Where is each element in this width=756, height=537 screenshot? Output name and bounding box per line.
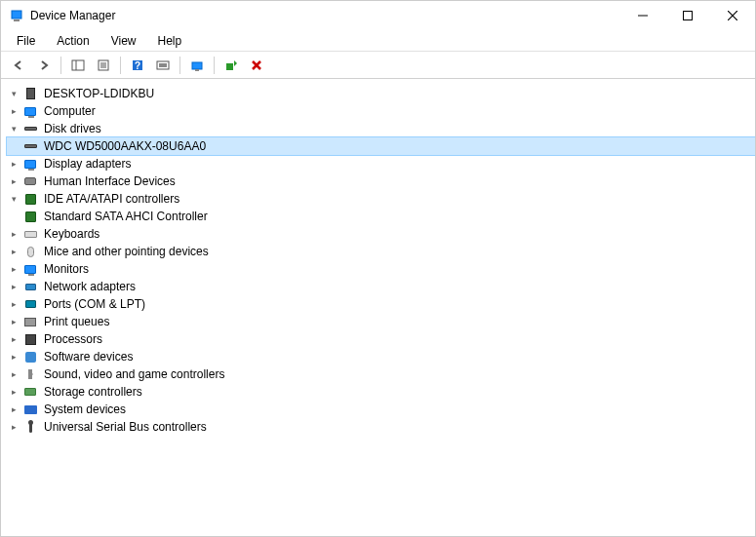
- toolbar-separator: [120, 57, 121, 74]
- node-label: Mice and other pointing devices: [42, 245, 211, 258]
- node-display-adapters[interactable]: ▸ Display adapters: [7, 155, 755, 173]
- system-icon: [22, 402, 38, 417]
- chevron-right-icon[interactable]: ▸: [7, 367, 20, 381]
- node-storage-controllers[interactable]: ▸ Storage controllers: [7, 383, 755, 401]
- chevron-down-icon[interactable]: ▾: [7, 122, 20, 135]
- node-label: Processors: [42, 332, 104, 346]
- svg-rect-3: [684, 12, 693, 20]
- node-label: Monitors: [42, 262, 91, 276]
- node-label: System devices: [42, 403, 128, 416]
- uninstall-button[interactable]: [245, 54, 268, 77]
- node-wdc-drive[interactable]: ▸ WDC WD5000AAKX-08U6AA0: [7, 137, 755, 155]
- chevron-right-icon[interactable]: ▸: [7, 332, 20, 346]
- chevron-right-icon[interactable]: ▸: [7, 280, 20, 293]
- node-label: Network adapters: [42, 280, 138, 293]
- toolbar-separator: [179, 57, 180, 74]
- forward-button[interactable]: [32, 54, 56, 77]
- chevron-down-icon[interactable]: ▾: [7, 192, 20, 206]
- svg-rect-6: [72, 60, 84, 70]
- hid-icon: [22, 173, 38, 189]
- chevron-right-icon[interactable]: ▸: [7, 245, 20, 258]
- node-system-devices[interactable]: ▸ System devices: [7, 401, 755, 418]
- node-label: Standard SATA AHCI Controller: [42, 210, 210, 223]
- node-keyboards[interactable]: ▸ Keyboards: [7, 225, 755, 243]
- node-label: Human Interface Devices: [42, 174, 178, 188]
- help-button[interactable]: ?: [126, 54, 149, 77]
- node-monitors[interactable]: ▸ Monitors: [7, 260, 755, 278]
- node-processors[interactable]: ▸ Processors: [7, 330, 755, 348]
- chip-icon: [22, 191, 38, 207]
- properties-button[interactable]: [92, 54, 115, 77]
- chevron-right-icon[interactable]: ▸: [7, 157, 20, 171]
- chevron-right-icon[interactable]: ▸: [7, 350, 20, 364]
- menu-file[interactable]: File: [7, 32, 45, 50]
- chevron-right-icon[interactable]: ▸: [7, 403, 20, 416]
- toolbar-separator: [214, 57, 215, 74]
- chevron-right-icon[interactable]: ▸: [7, 297, 20, 311]
- chevron-right-icon[interactable]: ▸: [7, 262, 20, 276]
- chevron-right-icon[interactable]: ▸: [7, 174, 20, 188]
- chevron-right-icon[interactable]: ▸: [7, 315, 20, 328]
- node-label: Software devices: [42, 350, 135, 364]
- computer-icon: [22, 86, 38, 101]
- minimize-button[interactable]: [620, 1, 665, 30]
- node-computer[interactable]: ▸ Computer: [7, 102, 755, 120]
- node-network[interactable]: ▸ Network adapters: [7, 278, 755, 295]
- toolbar: ?: [1, 52, 755, 79]
- software-icon: [22, 349, 38, 364]
- node-software-devices[interactable]: ▸ Software devices: [7, 348, 755, 365]
- node-label: IDE ATA/ATAPI controllers: [42, 192, 181, 206]
- node-print-queues[interactable]: ▸ Print queues: [7, 313, 755, 330]
- menu-view[interactable]: View: [101, 32, 146, 50]
- svg-rect-15: [159, 63, 167, 67]
- port-icon: [22, 296, 38, 312]
- chevron-right-icon[interactable]: ▸: [7, 227, 20, 241]
- svg-rect-18: [226, 63, 233, 70]
- audio-icon: [22, 366, 38, 382]
- toolbar-separator: [60, 57, 61, 74]
- mouse-icon: [22, 244, 38, 259]
- chip-icon: [22, 209, 38, 224]
- tree-root[interactable]: ▾ DESKTOP-LDIDKBU: [7, 85, 755, 102]
- update-driver-button[interactable]: [185, 54, 209, 77]
- disk-icon: [22, 138, 38, 154]
- show-hide-tree-button[interactable]: [66, 54, 90, 77]
- network-icon: [22, 279, 38, 294]
- usb-icon: [22, 419, 38, 435]
- node-label: Print queues: [42, 315, 111, 328]
- node-hid[interactable]: ▸ Human Interface Devices: [7, 173, 755, 190]
- node-label: WDC WD5000AAKX-08U6AA0: [42, 139, 208, 153]
- node-disk-drives[interactable]: ▾ Disk drives: [7, 120, 755, 137]
- chevron-down-icon[interactable]: ▾: [7, 87, 20, 100]
- cpu-icon: [22, 331, 38, 347]
- chevron-right-icon[interactable]: ▸: [7, 104, 20, 118]
- monitor-icon: [22, 261, 38, 277]
- maximize-button[interactable]: [665, 1, 710, 30]
- device-tree[interactable]: ▾ DESKTOP-LDIDKBU ▸ Computer ▾ Disk driv…: [1, 79, 755, 536]
- printer-icon: [22, 314, 38, 329]
- node-label: Ports (COM & LPT): [42, 297, 147, 311]
- app-icon: [9, 8, 24, 23]
- node-sata-controller[interactable]: ▸ Standard SATA AHCI Controller: [7, 208, 755, 225]
- node-label: Sound, video and game controllers: [42, 367, 226, 381]
- node-label: DESKTOP-LDIDKBU: [42, 87, 156, 100]
- title-bar: Device Manager: [1, 1, 755, 30]
- node-ports[interactable]: ▸ Ports (COM & LPT): [7, 295, 755, 313]
- close-button[interactable]: [710, 1, 755, 30]
- node-sound[interactable]: ▸ Sound, video and game controllers: [7, 365, 755, 383]
- node-ide[interactable]: ▾ IDE ATA/ATAPI controllers: [7, 190, 755, 208]
- svg-rect-0: [12, 11, 21, 19]
- chevron-right-icon[interactable]: ▸: [7, 385, 20, 399]
- back-button[interactable]: [7, 54, 30, 77]
- enable-button[interactable]: [219, 54, 243, 77]
- node-label: Computer: [42, 104, 98, 118]
- monitor-icon: [22, 156, 38, 172]
- node-usb[interactable]: ▸ Universal Serial Bus controllers: [7, 418, 755, 436]
- node-mice[interactable]: ▸ Mice and other pointing devices: [7, 243, 755, 260]
- menu-action[interactable]: Action: [47, 32, 99, 50]
- window-title: Device Manager: [30, 9, 620, 22]
- scan-button[interactable]: [151, 54, 175, 77]
- node-label: Storage controllers: [42, 385, 144, 399]
- menu-help[interactable]: Help: [148, 32, 192, 50]
- chevron-right-icon[interactable]: ▸: [7, 420, 20, 434]
